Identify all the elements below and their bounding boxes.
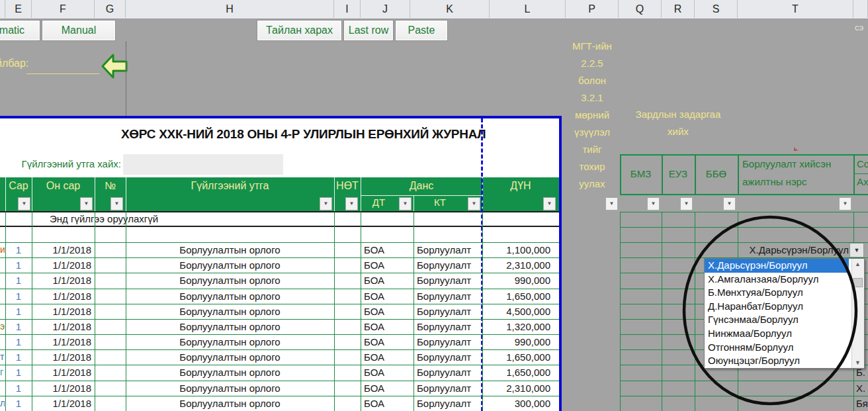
dt-cell[interactable]: БОА: [364, 242, 412, 257]
date-cell[interactable]: 1/1/2018: [32, 257, 91, 273]
selected-employee-cell[interactable]: Х.Дарьсүрэн/Борлуул: [738, 242, 849, 257]
sar-cell[interactable]: 1: [5, 257, 32, 273]
kt-cell[interactable]: Борлуулалт: [417, 396, 480, 411]
filter-button-bmz[interactable]: ▼: [647, 197, 660, 210]
date-cell[interactable]: 1/1/2018: [32, 349, 91, 365]
filter-button-names[interactable]: ▼: [839, 197, 851, 210]
amount-cell[interactable]: 1,650,000: [482, 365, 550, 380]
dropdown-item[interactable]: Х.Дарьсүрэн/Борлуул: [705, 259, 849, 273]
no-cell[interactable]: [95, 319, 126, 334]
date-cell[interactable]: 1/1/2018: [32, 289, 91, 304]
amount-cell[interactable]: 1,320,000: [482, 319, 550, 334]
no-cell[interactable]: [95, 334, 126, 349]
scroll-down-icon[interactable]: ▼: [852, 357, 863, 368]
kt-cell[interactable]: Борлуулалт: [417, 334, 480, 349]
kt-cell[interactable]: Борлуулалт: [417, 289, 480, 304]
nut-cell[interactable]: [334, 365, 361, 380]
column-letter-T[interactable]: T: [738, 0, 853, 18]
kt-cell[interactable]: Борлуулалт: [417, 257, 480, 273]
kt-cell[interactable]: Борлуулалт: [417, 381, 480, 396]
kt-cell[interactable]: Борлуулалт: [417, 319, 480, 334]
dt-cell[interactable]: БОА: [364, 349, 412, 365]
desc-cell[interactable]: Борлуулалтын орлого: [126, 349, 334, 365]
column-letter-J[interactable]: J: [361, 0, 410, 18]
filter-button-bbo[interactable]: ▼: [723, 197, 736, 210]
paste-button[interactable]: Paste: [395, 20, 448, 41]
date-cell[interactable]: 1/1/2018: [32, 319, 91, 334]
dropdown-item[interactable]: Отгонням/Борлуул: [705, 341, 849, 355]
desc-cell[interactable]: Борлуулалтын орлого: [126, 396, 334, 411]
no-cell[interactable]: [95, 381, 126, 396]
amount-cell[interactable]: 1,100,000: [482, 242, 550, 257]
desc-cell[interactable]: Борлуулалтын орлого: [126, 273, 334, 288]
column-letter-I[interactable]: I: [334, 0, 361, 18]
automatic-button[interactable]: Automatic: [0, 20, 40, 41]
desc-cell[interactable]: Борлуулалтын орлого: [126, 381, 334, 396]
date-cell[interactable]: 1/1/2018: [32, 396, 91, 411]
nut-cell[interactable]: [334, 304, 361, 319]
filter-button-euz[interactable]: ▼: [680, 197, 693, 210]
kt-cell[interactable]: Борлуулалт: [417, 273, 480, 288]
kt-cell[interactable]: Борлуулалт: [417, 349, 480, 365]
scroll-up-icon[interactable]: ▲: [852, 259, 863, 269]
no-cell[interactable]: [95, 257, 126, 273]
dt-cell[interactable]: БОА: [364, 381, 412, 396]
sar-cell[interactable]: 1: [5, 319, 32, 334]
amount-cell[interactable]: 1,650,000: [482, 289, 550, 304]
nut-cell[interactable]: [334, 396, 361, 411]
no-cell[interactable]: [95, 304, 126, 319]
kt-cell[interactable]: Борлуулалт: [417, 242, 480, 257]
column-letter-R[interactable]: R: [662, 0, 695, 18]
desc-cell[interactable]: Борлуулалтын орлого: [126, 304, 334, 319]
dropdown-item[interactable]: Д.Наранбат/Борлуул: [705, 300, 849, 314]
column-letter-L[interactable]: L: [490, 0, 566, 18]
amount-cell[interactable]: 990,000: [482, 273, 550, 288]
dt-cell[interactable]: БОА: [364, 273, 412, 288]
amount-cell[interactable]: 990,000: [482, 334, 550, 349]
filter-button-p[interactable]: ▼: [605, 197, 618, 210]
dt-cell[interactable]: БОА: [364, 257, 412, 273]
dt-cell[interactable]: БОА: [364, 319, 412, 334]
sar-cell[interactable]: 1: [5, 381, 32, 396]
filter-button-dun[interactable]: ▼: [543, 197, 556, 210]
no-cell[interactable]: [95, 273, 126, 288]
amount-cell[interactable]: 1,650,000: [482, 349, 550, 365]
last-row-button[interactable]: Last row: [343, 20, 394, 41]
dt-cell[interactable]: БОА: [364, 365, 412, 380]
sar-cell[interactable]: 1: [5, 396, 32, 411]
dropdown-item[interactable]: Х.Амгаланзаяа/Борлуул: [705, 273, 849, 287]
search-input[interactable]: [123, 154, 283, 175]
date-cell[interactable]: 1/1/2018: [32, 365, 91, 380]
dt-cell[interactable]: БОА: [364, 304, 412, 319]
dropdown-item[interactable]: Гүнсэнмаа/Борлуул: [705, 313, 849, 327]
no-cell[interactable]: [95, 349, 126, 365]
date-cell[interactable]: 1/1/2018: [32, 334, 91, 349]
date-cell[interactable]: 1/1/2018: [32, 381, 91, 396]
dropdown-item[interactable]: Б.Мөнхтуяа/Борлуул: [705, 286, 849, 300]
amount-cell[interactable]: 2,310,000: [482, 381, 550, 396]
column-letter-G[interactable]: G: [95, 0, 126, 18]
amount-cell[interactable]: 4,500,000: [482, 304, 550, 319]
sar-cell[interactable]: 1: [5, 273, 32, 288]
sar-cell[interactable]: 1: [5, 334, 32, 349]
report-button[interactable]: Тайлан харах: [257, 20, 342, 41]
kt-cell[interactable]: Борлуулалт: [417, 304, 480, 319]
note-input[interactable]: [26, 73, 99, 74]
no-cell[interactable]: [95, 289, 126, 304]
dt-cell[interactable]: БОА: [364, 396, 412, 411]
desc-cell[interactable]: Борлуулалтын орлого: [126, 365, 334, 380]
column-letter-cut[interactable]: [0, 0, 5, 18]
filter-button-sar[interactable]: ▼: [18, 197, 30, 210]
sar-cell[interactable]: 1: [5, 242, 32, 257]
amount-cell[interactable]: 2,310,000: [482, 257, 550, 273]
filter-button-desc[interactable]: ▼: [320, 197, 332, 210]
desc-cell[interactable]: Борлуулалтын орлого: [126, 289, 334, 304]
desc-cell[interactable]: Борлуулалтын орлого: [126, 242, 334, 257]
dropdown-item[interactable]: Нинжмаа/Борлуул: [705, 327, 849, 341]
dropdown-item[interactable]: Оюунцэцэг/Борлуул: [705, 354, 849, 368]
filter-button-dt[interactable]: ▼: [399, 197, 412, 210]
filter-button-kt[interactable]: ▼: [468, 197, 480, 210]
desc-cell[interactable]: Борлуулалтын орлого: [126, 334, 334, 349]
nut-cell[interactable]: [334, 273, 361, 288]
in-cell-dropdown-button[interactable]: ▼: [849, 243, 864, 257]
